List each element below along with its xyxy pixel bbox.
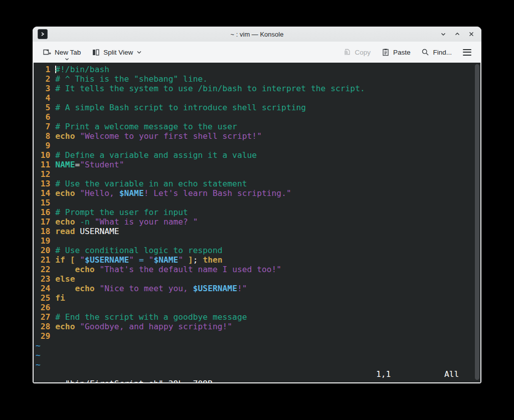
close-button[interactable] [466,29,476,39]
code-line: 29 [36,331,480,341]
line-number: 16 [36,207,50,217]
copy-button[interactable]: Copy [339,45,375,59]
line-number: 13 [36,179,50,188]
code-line: 6 [36,112,480,122]
code-line: 3 # It tells the system to use /bin/bash… [36,84,480,93]
titlebar[interactable]: ~ : vim — Konsole [33,27,481,42]
code-line: 26 [36,303,480,312]
line-number: 21 [36,255,50,265]
file-info: "bin/FirstScript.sh" 29L, 709B [65,379,213,382]
new-tab-button[interactable]: New Tab [39,45,85,59]
line-number: 19 [36,236,50,246]
find-label: Find... [433,49,452,56]
window-title: ~ : vim — Konsole [33,31,481,38]
split-view-icon [92,49,100,56]
code-line: 24 echo "Nice to meet you, $USERNAME!" [36,284,480,293]
line-number: 15 [36,198,50,207]
line-number: 10 [36,150,50,160]
line-number: 14 [36,188,50,198]
tilde-line: ~ [36,350,480,360]
split-view-label: Split View [103,49,133,56]
line-number: 26 [36,303,50,312]
paste-label: Paste [393,49,411,56]
line-number: 4 [36,93,50,103]
code-line: 12 [36,169,480,179]
code-line: 9 [36,141,480,150]
code-line: 15 [36,198,480,207]
paste-clipboard-icon [382,48,390,56]
code-line: 22 echo "That's the default name I used … [36,265,480,274]
line-number: 22 [36,265,50,274]
konsole-app-icon [38,29,48,39]
code-line: 25 fi [36,293,480,303]
hamburger-menu-icon [463,49,471,50]
line-number: 28 [36,322,50,331]
code-line: 23 else [36,274,480,284]
line-number: 24 [36,284,50,293]
line-number: 12 [36,169,50,179]
scrollbar[interactable] [475,64,479,380]
code-line: 7 # Print a welcome message to the user [36,122,480,131]
find-button[interactable]: Find... [417,45,456,59]
search-magnifier-icon [421,48,429,56]
line-number: 27 [36,312,50,322]
code-line: 18 read USERNAME [36,227,480,236]
chevron-down-icon [65,58,69,61]
line-number: 2 [36,74,50,84]
line-number: 8 [36,131,50,141]
line-number: 20 [36,246,50,255]
tilde-line: ~ [36,341,480,350]
new-tab-label: New Tab [55,49,81,56]
line-number: 9 [36,141,50,150]
vim-status-line: "bin/FirstScript.sh" 29L, 709B 1,1 All [36,369,480,379]
copy-label: Copy [355,49,371,56]
new-tab-icon [43,48,51,56]
chevron-down-icon [440,31,446,37]
code-line: 4 [36,93,480,103]
line-number: 17 [36,217,50,227]
code-line: 16 # Prompt the user for input [36,207,480,217]
line-number: 11 [36,160,50,169]
chevron-up-icon [454,31,460,37]
line-number: 3 [36,84,50,93]
line-number: 23 [36,274,50,284]
line-number: 5 [36,103,50,112]
code-line: 10 # Define a variable and assign it a v… [36,150,480,160]
line-number: 29 [36,331,50,341]
line-number: 25 [36,293,50,303]
code-line: 19 [36,236,480,246]
code-line: 14 echo "Hello, $NAME! Let's learn Bash … [36,188,480,198]
paste-button[interactable]: Paste [378,45,415,59]
vim-nontext-area: ~~~ [36,341,480,369]
menu-button[interactable] [459,46,475,59]
code-line: 8 echo "Welcome to your first shell scri… [36,131,480,141]
code-line: 21 if [ "$USERNAME" = "$NAME" ]; then [36,255,480,265]
code-line: 1 #!/bin/bash [36,65,480,74]
code-line: 2 # ^ This is the "shebang" line. [36,74,480,84]
close-x-icon [468,31,474,37]
minimize-button[interactable] [438,29,448,39]
code-line: 20 # Use conditional logic to respond [36,246,480,255]
terminal-screen[interactable]: 1 #!/bin/bash2 # ^ This is the "shebang"… [34,63,480,382]
code-line: 17 echo -n "What is your name? " [36,217,480,227]
code-line: 11 NAME="Student" [36,160,480,169]
line-number: 1 [36,65,50,74]
code-line: 28 echo "Goodbye, and happy scripting!" [36,322,480,331]
code-line: 13 # Use the variable in an echo stateme… [36,179,480,188]
split-view-button[interactable]: Split View [88,46,146,59]
cursor-position: 1,1 [376,369,391,379]
maximize-button[interactable] [452,29,462,39]
vim-buffer: 1 #!/bin/bash2 # ^ This is the "shebang"… [36,65,480,341]
line-number: 6 [36,112,50,122]
scroll-position: All [444,369,459,379]
copy-icon [343,48,351,56]
line-number: 7 [36,122,50,131]
chevron-down-icon [136,51,142,54]
scrollbar-thumb[interactable] [475,64,479,380]
code-line: 5 # A simple Bash script to introduce sh… [36,103,480,112]
konsole-window: ~ : vim — Konsole [33,27,481,383]
code-line: 27 # End the script with a goodbye messa… [36,312,480,322]
toolbar: New Tab Split View Copy [33,42,481,63]
tilde-line: ~ [36,360,480,369]
line-number: 18 [36,227,50,236]
